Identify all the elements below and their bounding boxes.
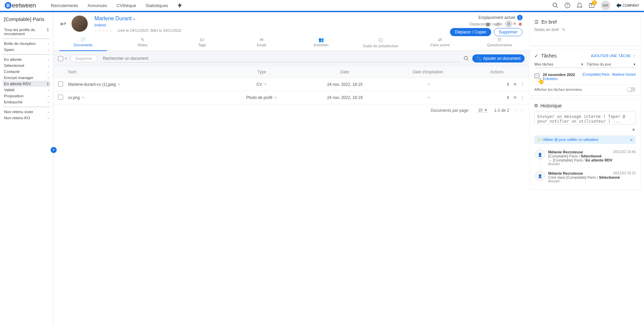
tasks-filter-1[interactable]: Mes tâches▾ bbox=[534, 61, 583, 68]
help-icon[interactable]: ? bbox=[564, 2, 570, 8]
profile-name[interactable]: Marlene Durant ▾ bbox=[94, 16, 181, 22]
view-icon[interactable]: 👁 bbox=[513, 95, 517, 100]
sidebar-item[interactable]: Proposition- bbox=[3, 93, 50, 99]
task-checkbox[interactable] bbox=[534, 73, 539, 78]
col-header-date[interactable]: Date bbox=[303, 70, 386, 74]
sidebar-item[interactable]: Non retenu KO- bbox=[3, 115, 50, 121]
svg-text:?: ? bbox=[566, 3, 568, 7]
sidebar-item[interactable]: Embauché- bbox=[3, 99, 50, 105]
sidebar-item[interactable]: Spam- bbox=[3, 47, 50, 53]
download-icon[interactable]: ⬇ bbox=[506, 82, 510, 87]
nav-annonces[interactable]: Annonces bbox=[88, 3, 107, 8]
next-page-icon[interactable]: › bbox=[521, 108, 523, 113]
tab-tags[interactable]: 🏷Tags bbox=[172, 35, 232, 51]
sidebar-item[interactable]: Boîte de réception- bbox=[3, 41, 50, 47]
send-icon[interactable]: ➤ bbox=[632, 127, 636, 132]
internal-message-input[interactable] bbox=[534, 111, 636, 125]
inbox-icon[interactable]: 5 bbox=[589, 2, 595, 8]
doc-date: 24 nov. 2022, 16:15 bbox=[303, 82, 386, 87]
logo[interactable]: Beetween bbox=[5, 2, 36, 9]
tasks-filter-2[interactable]: Tâches du jour▾ bbox=[587, 61, 636, 68]
tab-outils[interactable]: ⓘOutils de présélection bbox=[351, 35, 410, 51]
clip-icon: 📎 bbox=[476, 56, 481, 61]
show-done-toggle[interactable] bbox=[627, 87, 636, 92]
nav-right: ? 5 MR COMPANY bbox=[552, 1, 639, 10]
profile-picture[interactable] bbox=[72, 16, 88, 32]
sidebar-item[interactable]: En attente- bbox=[3, 56, 50, 62]
nav-recrutements[interactable]: Recrutements bbox=[51, 3, 78, 8]
sidebar-item[interactable]: Validé- bbox=[3, 87, 50, 93]
task-type-link[interactable]: Entretien bbox=[543, 77, 636, 81]
sidebar-item[interactable]: Envoyé manager- bbox=[3, 75, 50, 81]
row-checkbox[interactable] bbox=[58, 81, 63, 86]
svg-point-0 bbox=[553, 3, 557, 7]
quick-accept-icon[interactable]: ✓ bbox=[507, 22, 510, 26]
more-icon[interactable]: ⋮ bbox=[521, 95, 525, 100]
edit-name-icon[interactable]: ✎ bbox=[118, 82, 121, 86]
sidebar-item[interactable]: Sélectionné- bbox=[3, 62, 50, 69]
tab-notes[interactable]: ✎Notes bbox=[113, 35, 172, 51]
tab-documents[interactable]: 📄Documents bbox=[53, 35, 113, 51]
history-cancel[interactable]: Annuler bbox=[548, 162, 636, 166]
profile-source-link[interactable]: Indeed bbox=[94, 23, 181, 27]
edit-expiration-icon[interactable]: ✎ bbox=[427, 82, 430, 86]
range-label: 1-2 de 2 bbox=[494, 108, 509, 113]
sidebar-all-profiles[interactable]: Tous les profils du recrutement 1 bbox=[3, 27, 50, 37]
per-page-select[interactable]: 10 ▾ bbox=[476, 108, 489, 113]
sidebar-item[interactable]: En attente RDV1 bbox=[3, 81, 50, 87]
search-icon[interactable] bbox=[552, 2, 558, 8]
quick-reject-icon[interactable]: ✕ bbox=[513, 22, 516, 26]
doc-type: CV bbox=[256, 82, 262, 87]
svg-line-1 bbox=[556, 6, 558, 8]
company-logo[interactable]: COMPANY bbox=[616, 3, 639, 8]
bell-icon[interactable] bbox=[577, 2, 583, 8]
collapse-tasks-icon[interactable]: ↑ bbox=[634, 53, 636, 58]
sidebar-item[interactable]: Contacté- bbox=[3, 69, 50, 75]
doc-name[interactable]: cv.png bbox=[68, 95, 80, 100]
search-icon[interactable] bbox=[464, 56, 469, 61]
doc-name[interactable]: Marlene-durant-cv (1).jpeg bbox=[68, 82, 116, 87]
history-icon: ⧉ bbox=[534, 103, 538, 108]
toolbar-delete-button[interactable]: Supprimer bbox=[70, 55, 97, 62]
tag-icon: 🏷 bbox=[172, 37, 232, 42]
add-task-button[interactable]: AJOUTER UNE TÂCHE bbox=[591, 54, 631, 58]
profile-header: ↩ Marlene Durant ▾ Indeed ☆☆☆☆☆ créé le … bbox=[53, 12, 529, 33]
download-icon[interactable]: ⬇ bbox=[506, 95, 510, 100]
rating-stars[interactable]: ☆☆☆☆☆ bbox=[94, 29, 113, 32]
add-fab-button[interactable]: + bbox=[51, 147, 57, 153]
tab-questionnaires[interactable]: ☶Questionnaires bbox=[470, 35, 529, 51]
col-header-name[interactable]: Nom bbox=[68, 70, 220, 74]
task-context-link[interactable]: [Comptable] Paris - Marlene Durant bbox=[583, 73, 636, 77]
tab-entretien[interactable]: 👥Entretien bbox=[291, 35, 351, 51]
edit-name-icon[interactable]: ✎ bbox=[82, 96, 85, 100]
edit-type-icon[interactable]: ✎ bbox=[264, 82, 267, 86]
show-done-label: Afficher les tâches terminées bbox=[534, 87, 582, 92]
quick-delete-icon[interactable]: 🗑 bbox=[519, 22, 523, 26]
history-author: Mélanie Recruteuse bbox=[548, 150, 583, 154]
sidebar-divider bbox=[3, 39, 50, 39]
edit-expiration-icon[interactable]: ✎ bbox=[427, 96, 430, 100]
edit-type-icon[interactable]: ✎ bbox=[274, 96, 277, 100]
nav-statistiques[interactable]: Statistiques bbox=[145, 3, 168, 8]
add-document-button[interactable]: 📎Ajouter un document bbox=[472, 54, 525, 62]
nav-bolt-icon[interactable] bbox=[178, 3, 182, 8]
document-search-input[interactable] bbox=[101, 55, 460, 62]
close-tip-icon[interactable]: ✕ bbox=[630, 138, 633, 142]
col-header-expiration[interactable]: Date d'expiration bbox=[386, 70, 469, 74]
view-icon[interactable]: 👁 bbox=[513, 82, 517, 87]
more-icon[interactable]: ⋮ bbox=[521, 82, 525, 87]
top-nav: Beetween Recrutements Annonces CVthèque … bbox=[0, 0, 644, 12]
prev-page-icon[interactable]: ‹ bbox=[514, 108, 516, 113]
user-avatar[interactable]: MR bbox=[601, 1, 610, 10]
row-checkbox[interactable] bbox=[58, 95, 63, 100]
select-all-checkbox[interactable] bbox=[58, 56, 63, 61]
col-header-type[interactable]: Type bbox=[220, 70, 303, 74]
history-cancel[interactable]: Annuler bbox=[548, 179, 636, 183]
back-arrow-icon[interactable]: ↩ bbox=[60, 20, 66, 28]
tab-faire-suivre[interactable]: ⇄Faire suivre bbox=[410, 35, 470, 51]
select-dropdown-icon[interactable]: ▾ bbox=[65, 57, 67, 60]
nav-cvtheque[interactable]: CVthèque bbox=[117, 3, 136, 8]
tab-email[interactable]: ✉Email bbox=[232, 35, 291, 51]
sidebar-item[interactable]: Non retenu vivier- bbox=[3, 109, 50, 115]
edit-notes-icon[interactable]: ✎ bbox=[562, 27, 565, 32]
